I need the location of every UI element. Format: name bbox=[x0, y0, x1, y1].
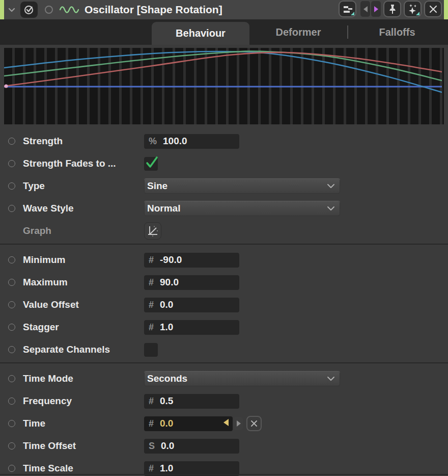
time-mode-dropdown[interactable]: Seconds bbox=[144, 371, 340, 386]
param-label: Type bbox=[23, 180, 144, 192]
prev-keyframe-button[interactable] bbox=[222, 418, 230, 429]
range-section: Minimum # -90.0 Maximum # 90.0 Value Off… bbox=[0, 246, 448, 361]
teal-corner-badge bbox=[416, 12, 419, 15]
tab-label: Falloffs bbox=[379, 27, 415, 38]
prev-object-button[interactable] bbox=[360, 1, 370, 17]
frequency-input[interactable]: # 0.5 bbox=[144, 394, 239, 409]
tab-label: Behaviour bbox=[176, 28, 226, 39]
next-object-button[interactable] bbox=[371, 1, 381, 17]
field-value: -90.0 bbox=[160, 254, 182, 266]
param-label: Time Offset bbox=[23, 440, 144, 452]
keyframe-bullet[interactable] bbox=[8, 465, 15, 472]
keyframe-bullet[interactable] bbox=[8, 182, 15, 190]
time-offset-input[interactable]: S 0.0 bbox=[144, 439, 239, 454]
tab-deformer[interactable]: Deformer bbox=[249, 19, 347, 45]
pin-button[interactable] bbox=[383, 1, 401, 17]
keyframe-bullet[interactable] bbox=[8, 346, 15, 353]
check-circle-icon bbox=[23, 4, 35, 15]
dropdown-value: Normal bbox=[147, 203, 180, 214]
collapse-chevron-icon[interactable] bbox=[6, 4, 17, 15]
minimum-input[interactable]: # -90.0 bbox=[144, 253, 239, 268]
value-offset-input[interactable]: # 0.0 bbox=[144, 298, 239, 312]
keyframe-bullet[interactable] bbox=[8, 256, 15, 263]
keyframe-bullet[interactable] bbox=[8, 301, 15, 308]
param-label: Minimum bbox=[23, 254, 144, 266]
field-value: 1.0 bbox=[160, 322, 173, 333]
separate-channels-checkbox[interactable] bbox=[144, 343, 158, 357]
field-value: 0.0 bbox=[161, 440, 174, 452]
keyframe-bullet[interactable] bbox=[8, 138, 15, 145]
row-stagger: Stagger # 1.0 bbox=[0, 316, 448, 338]
keyframe-bullet[interactable] bbox=[8, 442, 15, 449]
keyframe-bullet[interactable] bbox=[8, 420, 15, 427]
time-section: Time Mode Seconds Frequency # 0.5 Time #… bbox=[0, 365, 448, 476]
keyframe-bullet[interactable] bbox=[8, 375, 15, 382]
curve-axes-icon bbox=[147, 225, 159, 237]
checkmark-icon bbox=[144, 154, 160, 171]
teal-corner-badge bbox=[351, 12, 354, 15]
remove-animation-button[interactable] bbox=[246, 416, 262, 431]
wave-style-dropdown[interactable]: Normal bbox=[144, 201, 340, 216]
close-button[interactable] bbox=[424, 1, 442, 17]
row-wave-style: Wave Style Normal bbox=[0, 197, 448, 220]
row-minimum: Minimum # -90.0 bbox=[0, 249, 448, 271]
tab-bar: Behaviour Deformer Falloffs bbox=[0, 19, 448, 45]
pin-icon bbox=[386, 3, 399, 16]
strength-fades-checkbox[interactable] bbox=[144, 157, 158, 171]
chevron-down-icon bbox=[326, 375, 336, 382]
close-icon bbox=[249, 419, 259, 428]
next-keyframe-button[interactable] bbox=[234, 417, 243, 430]
type-dropdown[interactable]: Sine bbox=[144, 178, 340, 194]
unit-prefix: # bbox=[149, 463, 154, 474]
row-value-offset: Value Offset # 0.0 bbox=[0, 294, 448, 316]
tab-falloffs[interactable]: Falloffs bbox=[348, 19, 446, 45]
keyframe-bullet[interactable] bbox=[8, 279, 15, 286]
unit-prefix: # bbox=[149, 322, 154, 333]
keyframe-bullet[interactable] bbox=[8, 398, 15, 405]
param-label: Time Mode bbox=[23, 373, 144, 384]
row-time: Time # 0.0 bbox=[0, 412, 448, 435]
unit-prefix: S bbox=[149, 441, 155, 452]
graph-editor-button[interactable] bbox=[144, 222, 161, 240]
arrow-left-icon bbox=[361, 5, 370, 14]
row-maximum: Maximum # 90.0 bbox=[0, 271, 448, 294]
unit-prefix: # bbox=[149, 418, 154, 429]
enable-toggle-button[interactable] bbox=[20, 2, 38, 18]
field-value: 1.0 bbox=[160, 463, 173, 474]
field-value: 0.0 bbox=[160, 299, 173, 310]
ai-sparkles-button[interactable] bbox=[404, 1, 422, 17]
param-label: Maximum bbox=[23, 277, 144, 288]
param-label: Time bbox=[23, 418, 144, 429]
time-input-animated[interactable]: # 0.0 bbox=[144, 416, 233, 431]
row-time-scale: Time Scale # 1.0 bbox=[0, 457, 448, 476]
row-separate-channels: Separate Channels bbox=[0, 338, 448, 361]
strength-input[interactable]: % 100.0 bbox=[144, 134, 239, 149]
dropdown-value: Seconds bbox=[147, 373, 187, 384]
unit-prefix: # bbox=[149, 277, 154, 288]
graph-curves-svg bbox=[4, 48, 442, 124]
maximum-input[interactable]: # 90.0 bbox=[144, 275, 239, 290]
selection-accent-strip-right bbox=[444, 0, 448, 19]
row-time-mode: Time Mode Seconds bbox=[0, 367, 448, 390]
keyframe-bullet[interactable] bbox=[8, 205, 15, 212]
unit-prefix: # bbox=[149, 255, 154, 266]
keyframe-left-arrow-icon bbox=[222, 418, 230, 427]
stagger-input[interactable]: # 1.0 bbox=[144, 320, 239, 335]
row-graph: Graph bbox=[0, 220, 448, 242]
row-strength: Strength % 100.0 bbox=[0, 130, 448, 152]
keyframe-bullet[interactable] bbox=[8, 160, 15, 167]
outline-mode-button[interactable] bbox=[339, 1, 356, 17]
param-label: Graph bbox=[23, 225, 144, 236]
row-type: Type Sine bbox=[0, 175, 448, 197]
tab-spacer bbox=[0, 19, 152, 45]
behaviour-section: Strength % 100.0 Strength Fades to ... T… bbox=[0, 124, 448, 242]
param-label: Strength Fades to ... bbox=[23, 158, 144, 169]
tab-behaviour[interactable]: Behaviour bbox=[152, 22, 249, 45]
param-label: Time Scale bbox=[23, 463, 144, 474]
chevron-down-icon bbox=[326, 182, 336, 190]
unit-prefix: % bbox=[149, 136, 157, 147]
dropdown-value: Sine bbox=[147, 180, 167, 192]
field-value: 0.0 bbox=[160, 418, 173, 429]
keyframe-bullet[interactable] bbox=[8, 324, 15, 331]
param-label: Value Offset bbox=[23, 299, 144, 310]
